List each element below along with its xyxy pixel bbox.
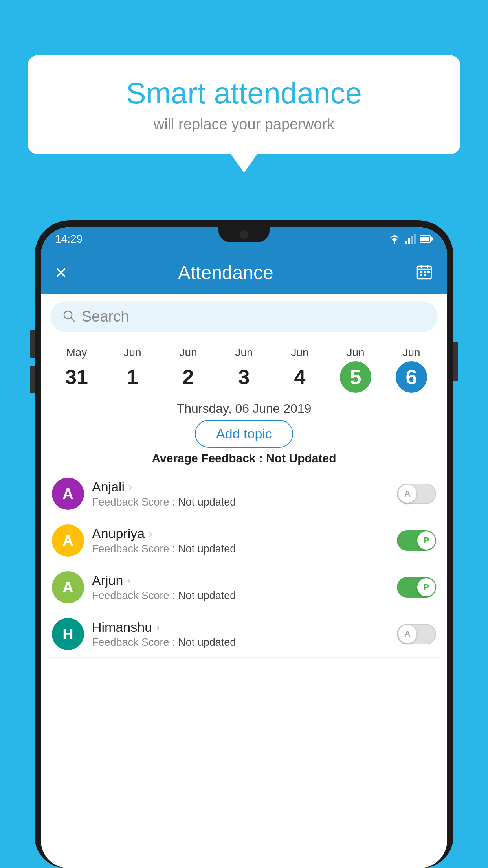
date-col[interactable]: Jun1 xyxy=(105,346,160,393)
svg-rect-12 xyxy=(420,271,422,273)
toggle-switch[interactable]: A xyxy=(397,624,436,644)
date-month: Jun xyxy=(347,346,364,359)
date-number[interactable]: 6 xyxy=(396,361,427,393)
bubble-title: Smart attendance xyxy=(51,77,437,110)
signal-icon xyxy=(405,234,416,244)
date-number[interactable]: 2 xyxy=(172,361,204,393)
selected-date-label: Thursday, 06 June 2019 xyxy=(41,401,447,416)
feedback-score: Feedback Score : Not updated xyxy=(92,636,389,649)
toggle-switch[interactable]: P xyxy=(397,530,436,551)
speech-bubble-container: Smart attendance will replace your paper… xyxy=(28,55,460,154)
date-col[interactable]: Jun2 xyxy=(160,346,216,393)
svg-rect-14 xyxy=(427,271,430,273)
phone-screen: 14:29 xyxy=(41,227,447,868)
notch xyxy=(218,227,270,242)
svg-rect-1 xyxy=(405,241,407,244)
close-button[interactable]: × xyxy=(55,262,67,283)
svg-rect-3 xyxy=(411,236,413,244)
app-title: Attendance xyxy=(79,262,372,283)
avg-feedback: Average Feedback : Not Updated xyxy=(41,452,447,465)
date-number[interactable]: 5 xyxy=(340,361,371,393)
student-row[interactable]: AArjun ›Feedback Score : Not updatedP xyxy=(48,564,440,611)
svg-rect-16 xyxy=(424,274,426,276)
student-name: Anjali › xyxy=(92,479,389,495)
camera xyxy=(240,230,248,239)
feedback-score: Feedback Score : Not updated xyxy=(92,543,389,555)
power-button xyxy=(453,342,458,381)
volume-up-button xyxy=(30,330,35,358)
attendance-toggle[interactable]: A xyxy=(397,624,436,644)
speech-bubble: Smart attendance will replace your paper… xyxy=(28,55,460,154)
toggle-knob: P xyxy=(417,531,435,550)
search-bar[interactable]: Search xyxy=(50,301,438,332)
date-month: Jun xyxy=(235,346,253,359)
student-info: Anupriya ›Feedback Score : Not updated xyxy=(92,526,389,555)
search-icon xyxy=(62,309,76,325)
search-input[interactable]: Search xyxy=(82,308,129,325)
status-bar: 14:29 xyxy=(41,227,447,251)
student-row[interactable]: AAnjali ›Feedback Score : Not updatedA xyxy=(48,471,440,517)
status-icons xyxy=(388,234,433,244)
svg-marker-0 xyxy=(392,239,397,242)
feedback-score: Feedback Score : Not updated xyxy=(92,496,389,508)
date-col[interactable]: May31 xyxy=(49,346,105,393)
date-col[interactable]: Jun6 xyxy=(383,346,439,393)
date-month: Jun xyxy=(123,346,141,359)
toggle-knob: A xyxy=(398,625,416,643)
wifi-icon xyxy=(388,234,401,244)
app-bar: × Attendance xyxy=(41,251,447,294)
calendar-button[interactable] xyxy=(416,263,433,282)
date-month: Jun xyxy=(179,346,197,359)
date-number[interactable]: 1 xyxy=(117,361,148,393)
bubble-subtitle: will replace your paperwork xyxy=(51,116,437,133)
date-strip: May31Jun1Jun2Jun3Jun4Jun5Jun6 xyxy=(41,339,447,397)
volume-down-button xyxy=(30,366,35,393)
student-name: Anupriya › xyxy=(92,526,389,541)
status-time: 14:29 xyxy=(55,233,83,245)
phone-frame: 14:29 xyxy=(35,220,453,868)
avatar: A xyxy=(52,524,84,557)
attendance-toggle[interactable]: A xyxy=(397,484,436,504)
battery-icon xyxy=(420,235,433,243)
student-info: Arjun ›Feedback Score : Not updated xyxy=(92,573,389,602)
chevron-right-icon: › xyxy=(127,574,130,587)
avatar: A xyxy=(52,478,84,510)
date-number[interactable]: 31 xyxy=(61,361,92,393)
svg-line-18 xyxy=(71,318,75,322)
chevron-right-icon: › xyxy=(156,621,160,634)
student-info: Himanshu ›Feedback Score : Not updated xyxy=(92,620,389,649)
toggle-switch[interactable]: A xyxy=(397,484,436,504)
student-info: Anjali ›Feedback Score : Not updated xyxy=(92,479,389,508)
svg-rect-13 xyxy=(424,271,426,273)
student-row[interactable]: AAnupriya ›Feedback Score : Not updatedP xyxy=(48,517,440,564)
date-col[interactable]: Jun4 xyxy=(272,346,328,393)
attendance-toggle[interactable]: P xyxy=(397,530,436,551)
attendance-toggle[interactable]: P xyxy=(397,577,436,598)
date-number[interactable]: 3 xyxy=(228,361,260,393)
date-month: Jun xyxy=(402,346,420,359)
svg-rect-15 xyxy=(420,274,422,276)
student-name: Himanshu › xyxy=(92,620,389,635)
toggle-knob: P xyxy=(417,578,435,596)
feedback-score: Feedback Score : Not updated xyxy=(92,590,389,602)
svg-rect-4 xyxy=(414,234,416,244)
avatar: A xyxy=(52,571,84,603)
date-col[interactable]: Jun3 xyxy=(216,346,272,393)
chevron-right-icon: › xyxy=(149,528,152,540)
toggle-switch[interactable]: P xyxy=(397,577,436,598)
svg-rect-6 xyxy=(420,237,429,241)
student-list: AAnjali ›Feedback Score : Not updatedAAA… xyxy=(41,471,447,658)
date-month: Jun xyxy=(291,346,308,359)
date-col[interactable]: Jun5 xyxy=(328,346,383,393)
svg-point-17 xyxy=(64,311,72,319)
avatar: H xyxy=(52,618,84,650)
date-month: May xyxy=(66,346,87,359)
svg-rect-2 xyxy=(408,238,410,244)
add-topic-button[interactable]: Add topic xyxy=(195,420,293,448)
date-number[interactable]: 4 xyxy=(284,361,316,393)
student-row[interactable]: HHimanshu ›Feedback Score : Not updatedA xyxy=(48,611,440,658)
chevron-right-icon: › xyxy=(128,481,132,493)
svg-rect-7 xyxy=(431,237,433,241)
toggle-knob: A xyxy=(398,485,416,503)
student-name: Arjun › xyxy=(92,573,389,588)
